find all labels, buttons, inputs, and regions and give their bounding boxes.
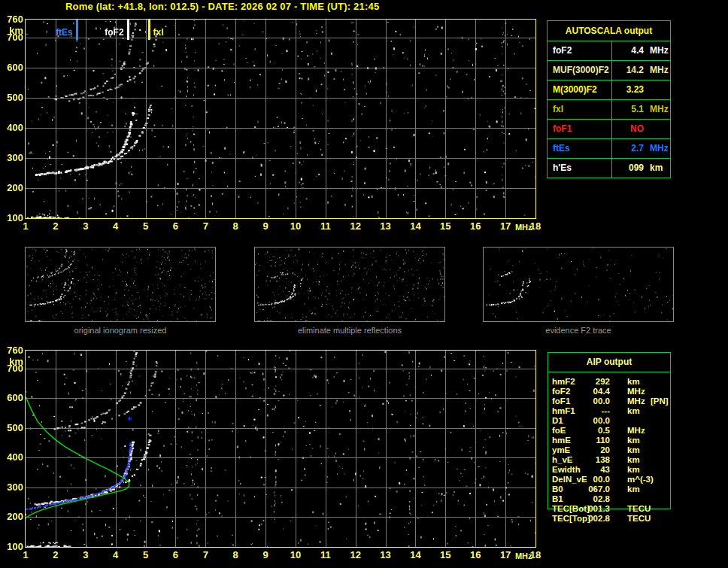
param-value: 002.8 <box>552 514 610 524</box>
param-value: 001.3 <box>552 504 610 514</box>
param-value: 4.4 <box>612 41 644 60</box>
param-value: 43 <box>552 465 610 475</box>
x-axis-tick-label: 8 <box>225 221 246 231</box>
y-axis-tick-label: 700 <box>0 32 23 42</box>
x-axis-tick-label: 13 <box>375 221 396 231</box>
x-axis-tick-label: 3 <box>75 550 96 560</box>
table-row: foF2 04.4 MHz <box>552 387 671 396</box>
panel-caption: eliminate multiple reflections <box>254 326 445 335</box>
x-axis-tick-label: 5 <box>135 550 156 560</box>
table-row: D1 00.0 <box>552 416 671 426</box>
param-label: h'Es <box>548 159 612 178</box>
param-unit: MHz <box>627 396 645 406</box>
table-header: AIP output <box>548 353 670 372</box>
param-unit: km <box>627 377 640 387</box>
x-axis-tick-label: 11 <box>315 550 336 560</box>
param-value: 00.0 <box>552 396 610 406</box>
y-axis-tick-label: 760 <box>0 14 23 24</box>
param-value: 14.2 <box>612 61 644 80</box>
param-value-cell: 5.1 MHz <box>612 100 670 119</box>
table-row: foF1 NO <box>548 119 670 138</box>
y-axis-tick-label: 700 <box>0 363 23 373</box>
param-value: 5.1 <box>612 100 644 119</box>
param-unit: MHz <box>650 61 669 80</box>
param-value: 099 <box>612 159 644 178</box>
x-axis-tick-label: 4 <box>105 221 126 231</box>
param-unit: TECU <box>627 514 651 524</box>
marker-label-fxi: fxI <box>153 28 164 37</box>
table-row: ymE 20 km <box>552 445 671 455</box>
x-axis-tick-label: 2 <box>45 221 66 231</box>
table-row: hmF1 --- km <box>552 406 671 416</box>
x-axis-tick-label: 15 <box>435 221 456 231</box>
y-axis-tick-label: 600 <box>0 393 23 402</box>
param-value: --- <box>552 406 610 416</box>
param-value-cell: NO <box>612 120 670 138</box>
param-value-cell: 4.4 MHz <box>612 41 670 60</box>
x-axis-tick-label: 7 <box>195 550 216 560</box>
param-label: M(3000)F2 <box>548 80 612 99</box>
table-row: foF2 4.4 MHz <box>548 41 670 60</box>
y-axis-tick-label: 500 <box>0 93 23 102</box>
x-axis-tick-label: 12 <box>345 221 366 231</box>
param-value: 138 <box>552 455 610 465</box>
marker-label-ftes: ftEs <box>56 28 73 37</box>
panel-caption: evidence F2 trace <box>483 326 674 335</box>
param-note: [PN] <box>651 396 669 406</box>
x-axis-tick-label: 17 <box>495 221 516 231</box>
table-row: MUF(3000)F2 14.2 MHz <box>548 60 670 80</box>
table-header: AUTOSCALA output <box>548 21 670 41</box>
y-axis-tick-label: 200 <box>0 512 23 521</box>
x-axis-tick-label: 14 <box>405 550 426 560</box>
y-axis-tick-label: 760 <box>0 345 23 355</box>
param-unit: km <box>650 159 663 178</box>
param-value: 02.8 <box>552 494 610 504</box>
y-axis-tick-label: 400 <box>0 452 23 462</box>
x-axis-tick-label: 16 <box>465 221 486 231</box>
param-unit: MHz <box>650 100 669 119</box>
param-unit: MHz <box>650 41 669 60</box>
table-row: hmE 110 km <box>552 436 671 445</box>
param-value: 3.23 <box>612 80 644 99</box>
x-axis-tick-label: 14 <box>405 221 426 231</box>
param-unit: km <box>627 445 640 455</box>
param-unit: km <box>627 455 640 465</box>
param-label: foF1 <box>548 120 612 138</box>
x-axis-tick-label: 4 <box>105 550 126 560</box>
y-axis-tick-label: 200 <box>0 183 23 193</box>
param-unit: km <box>627 406 640 416</box>
x-axis-tick-label: 16 <box>465 550 486 560</box>
param-value: 2.7 <box>612 139 644 158</box>
ionogram-canvas-bottom <box>26 351 535 547</box>
param-label: fxI <box>548 100 612 119</box>
table-row: TEC[Bot] 001.3 TECU <box>552 504 671 514</box>
x-axis-tick-label: 8 <box>225 550 246 560</box>
param-value: 04.4 <box>552 387 610 396</box>
panel-canvas-f2-trace <box>484 248 673 321</box>
x-axis-tick-label: 10 <box>285 550 306 560</box>
param-label: MUF(3000)F2 <box>548 61 612 80</box>
x-axis-tick-label: 1 <box>15 550 36 560</box>
param-value: 067.0 <box>552 484 610 494</box>
x-axis-tick-label: 6 <box>165 221 186 231</box>
table-row: M(3000)F2 3.23 <box>548 80 670 99</box>
param-unit: TECU <box>627 504 651 514</box>
marker-label-fof2: foF2 <box>105 28 123 37</box>
panel-canvas-no-reflections <box>255 248 444 321</box>
param-value: 00.0 <box>552 475 610 484</box>
param-value-cell: 2.7 MHz <box>612 139 670 158</box>
param-unit: MHz <box>627 387 645 396</box>
x-axis-tick-label: 15 <box>435 550 456 560</box>
x-axis-tick-label: 3 <box>75 221 96 231</box>
param-value: 00.0 <box>552 416 610 426</box>
table-row: fxI 5.1 MHz <box>548 99 670 119</box>
x-axis-tick-label: 12 <box>345 550 366 560</box>
x-axis-tick-label: 1 <box>15 221 36 231</box>
table-row: foF1 00.0 MHz [PN] <box>552 396 671 406</box>
param-unit: km <box>627 436 640 445</box>
param-label: foF2 <box>548 41 612 60</box>
x-axis-unit-label: MHz <box>515 223 532 232</box>
x-axis-tick-label: 6 <box>165 550 186 560</box>
table-row: TEC[Top] 002.8 TECU <box>552 514 671 524</box>
y-axis-tick-label: 600 <box>0 62 23 72</box>
